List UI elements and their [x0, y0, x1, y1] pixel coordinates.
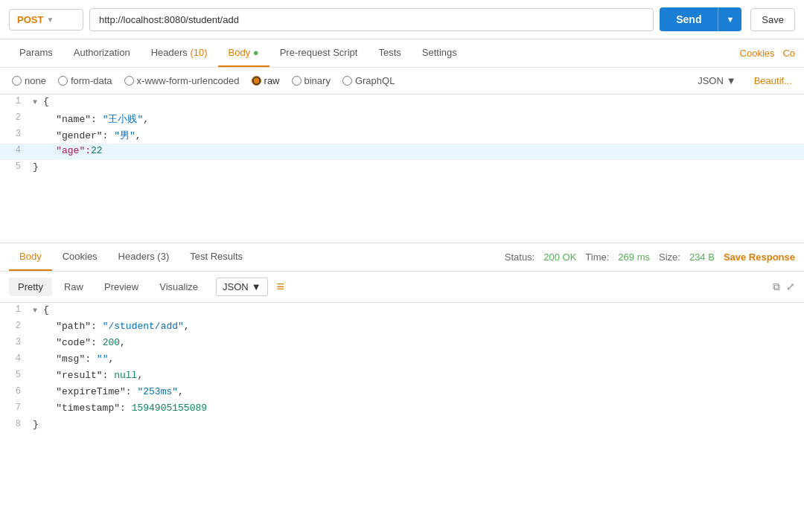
expand-arrow-icon[interactable]: ▼ [33, 307, 42, 315]
line-number: 6 [0, 385, 27, 398]
token: 22 [91, 145, 103, 156]
resp-raw-btn[interactable]: Raw [55, 278, 92, 296]
response-line-1: 1▼ { [0, 303, 804, 319]
copy-icon[interactable]: ⧉ [773, 281, 780, 293]
token: { [43, 304, 49, 315]
method-select[interactable]: POST ▼ [9, 9, 83, 31]
resp-tab-test-results[interactable]: Test Results [179, 243, 253, 271]
line-content: ▼ { [27, 303, 804, 317]
tab-prerequest[interactable]: Pre-request Script [269, 39, 368, 67]
line-number: 4 [0, 352, 27, 365]
token: "" [97, 353, 109, 365]
option-none[interactable]: none [12, 75, 46, 86]
method-arrow-icon: ▼ [46, 16, 54, 24]
response-line-4: 4 "msg": "", [0, 352, 804, 368]
option-graphql[interactable]: GraphQL [342, 75, 395, 86]
tab-headers[interactable]: Headers (10) [141, 39, 218, 67]
line-content: "age":22 [27, 144, 804, 158]
save-button[interactable]: Save [750, 8, 795, 31]
resp-json-arrow: ▼ [252, 281, 261, 292]
url-input[interactable] [89, 8, 654, 31]
token: "男" [114, 130, 135, 141]
tab-params[interactable]: Params [9, 39, 63, 67]
size-label: Size: [659, 251, 680, 263]
resp-json-label: JSON [223, 281, 249, 292]
tab-tests[interactable]: Tests [368, 39, 411, 67]
status-label: Status: [505, 251, 535, 263]
line-number: 1 [0, 94, 27, 108]
token: "age": [33, 145, 91, 156]
token: 200 [103, 337, 120, 348]
token: , [143, 114, 149, 125]
token: , [178, 386, 184, 397]
send-btn-group: Send ▼ [660, 7, 741, 31]
resp-tab-headers[interactable]: Headers (3) [108, 243, 180, 271]
request-body-editor[interactable]: 1▼ {2 "name": "王小贱",3 "gender": "男",4 "a… [0, 94, 804, 243]
response-line-8: 8} [0, 417, 804, 434]
request-line-3: 3 "gender": "男", [0, 127, 804, 144]
request-line-5: 5} [0, 160, 804, 176]
resp-pretty-btn[interactable]: Pretty [9, 278, 52, 296]
token: "王小贱" [103, 114, 144, 125]
tab-authorization[interactable]: Authorization [63, 39, 141, 67]
json-type-selector[interactable]: JSON ▼ [698, 75, 736, 86]
option-form-data[interactable]: form-data [58, 75, 112, 86]
token: "result": [33, 370, 114, 381]
request-tab-bar: Params Authorization Headers (10) Body ●… [0, 39, 804, 68]
size-value: 234 B [689, 251, 715, 263]
body-options-bar: none form-data x-www-form-urlencoded raw… [0, 68, 804, 94]
token: , [108, 353, 114, 365]
line-content: } [27, 417, 804, 432]
status-value: 200 OK [543, 251, 576, 263]
resp-visualize-btn[interactable]: Visualize [150, 278, 207, 296]
token: , [120, 337, 126, 348]
option-urlencoded[interactable]: x-www-form-urlencoded [124, 75, 240, 86]
expand-icon[interactable]: ⤢ [786, 281, 795, 293]
top-bar: POST ▼ Send ▼ Save [0, 0, 804, 39]
json-type-label: JSON [698, 75, 724, 86]
resp-tab-cookies[interactable]: Cookies [52, 243, 108, 271]
line-content: "result": null, [27, 368, 804, 382]
resp-preview-btn[interactable]: Preview [95, 278, 147, 296]
tab-body[interactable]: Body ● [218, 39, 269, 67]
line-content: } [27, 160, 804, 174]
method-label: POST [17, 14, 43, 25]
token: "/student/add" [103, 321, 184, 332]
line-content: "code": 200, [27, 336, 804, 350]
save-response-button[interactable]: Save Response [724, 251, 795, 263]
line-number: 2 [0, 111, 27, 124]
option-raw[interactable]: raw [252, 75, 280, 86]
token: , [135, 130, 141, 141]
token: "gender": [33, 130, 114, 141]
response-line-2: 2 "path": "/student/add", [0, 319, 804, 336]
option-binary[interactable]: binary [292, 75, 331, 86]
cookies-link[interactable]: Cookies Co [740, 40, 795, 66]
token: 1594905155089 [132, 403, 207, 414]
line-content: "expireTime": "253ms", [27, 385, 804, 399]
resp-json-selector[interactable]: JSON ▼ [216, 278, 268, 296]
line-number: 3 [0, 336, 27, 349]
token: "code": [33, 337, 103, 348]
response-line-7: 7 "timestamp": 1594905155089 [0, 401, 804, 417]
json-selector-arrow: ▼ [727, 75, 736, 86]
response-line-3: 3 "code": 200, [0, 336, 804, 352]
send-dropdown-button[interactable]: ▼ [718, 7, 741, 31]
response-line-6: 6 "expireTime": "253ms", [0, 385, 804, 401]
tab-settings[interactable]: Settings [412, 39, 468, 67]
beautify-button[interactable]: Beautif... [754, 75, 792, 86]
token: "253ms" [137, 386, 178, 397]
resp-copy-icons: ⧉ ⤢ [773, 281, 795, 293]
token: "expireTime": [33, 386, 137, 397]
token: , [184, 321, 190, 332]
token: "path": [33, 321, 103, 332]
token: { [43, 96, 49, 107]
send-button[interactable]: Send [660, 7, 718, 31]
response-tab-bar: Body Cookies Headers (3) Test Results St… [0, 243, 804, 272]
expand-arrow-icon[interactable]: ▼ [33, 98, 42, 106]
token: } [33, 161, 39, 173]
headers-badge: (10) [190, 47, 207, 58]
resp-wrap-icon[interactable]: ≡ [277, 279, 285, 295]
resp-tab-body[interactable]: Body [9, 243, 52, 271]
line-content: "path": "/student/add", [27, 319, 804, 333]
line-content: ▼ { [27, 94, 804, 109]
